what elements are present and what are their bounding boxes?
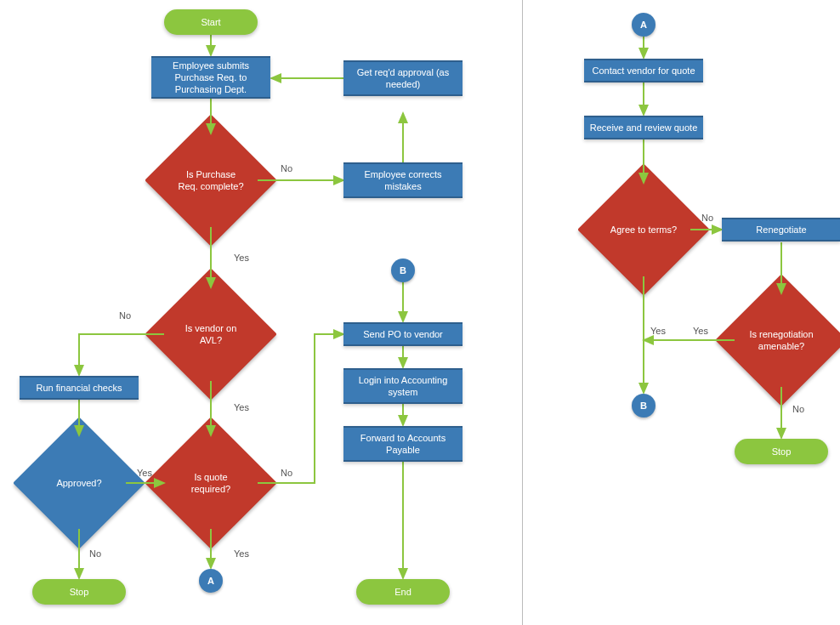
- approved-decision: Approved?: [32, 436, 126, 530]
- label: Start: [201, 16, 220, 28]
- stop1-terminator: Stop: [32, 579, 126, 605]
- financial-process: Run financial checks: [20, 376, 139, 400]
- amenable-decision: Is renegotiation amenable?: [735, 293, 828, 387]
- label: Employee corrects mistakes: [347, 168, 459, 193]
- label: Approved?: [56, 477, 101, 489]
- label: Renegotiate: [756, 224, 806, 236]
- edge-label-no: No: [701, 213, 713, 223]
- edge-label-yes: Yes: [234, 402, 249, 412]
- start-terminator: Start: [164, 9, 258, 35]
- receive-process: Receive and review quote: [584, 116, 703, 139]
- label: Contact vendor for quote: [592, 65, 695, 77]
- edge-label-no: No: [281, 468, 292, 478]
- label: B: [640, 400, 647, 412]
- label: A: [207, 575, 214, 587]
- label: Stop: [772, 446, 792, 457]
- login-process: Login into Accounting system: [343, 368, 463, 404]
- label: Is renegotiation amenable?: [747, 328, 815, 353]
- label: B: [400, 264, 406, 276]
- connector-b-out: B: [632, 394, 656, 418]
- label: Is Purchase Req. complete?: [177, 168, 245, 193]
- quote-decision: Is quote required?: [164, 436, 258, 530]
- label: A: [640, 19, 647, 31]
- complete-decision: Is Purchase Req. complete?: [164, 134, 258, 227]
- label: Employee submits Purchase Req. to Purcha…: [155, 60, 267, 96]
- edge-label-no: No: [89, 548, 101, 559]
- label: Get req'd approval (as needed): [347, 66, 459, 91]
- label: Send PO to vendor: [363, 328, 443, 340]
- edge-label-yes: Yes: [137, 468, 152, 478]
- sendpo-process: Send PO to vendor: [343, 322, 463, 346]
- label: Is quote required?: [177, 471, 245, 496]
- end-terminator: End: [356, 579, 450, 605]
- label: End: [394, 586, 411, 598]
- edge-label-no: No: [792, 404, 804, 414]
- label: Is vendor on AVL?: [177, 322, 245, 347]
- label: Agree to terms?: [610, 224, 677, 236]
- connector-b-in: B: [391, 259, 415, 282]
- edge-label-yes: Yes: [693, 326, 708, 336]
- label: Receive and review quote: [590, 122, 698, 134]
- reneg-process: Renegotiate: [722, 218, 840, 241]
- connector-a-out: A: [199, 569, 223, 593]
- label: Run financial checks: [37, 382, 122, 394]
- submit-process: Employee submits Purchase Req. to Purcha…: [151, 56, 270, 99]
- agree-decision: Agree to terms?: [597, 183, 690, 276]
- connector-a-in: A: [632, 13, 656, 37]
- edge-label-yes: Yes: [234, 548, 249, 559]
- label: Forward to Accounts Payable: [347, 432, 459, 457]
- label: Login into Accounting system: [347, 374, 459, 399]
- edge-label-no: No: [281, 163, 292, 173]
- getapproval-process: Get req'd approval (as needed): [343, 60, 463, 96]
- label: Stop: [70, 586, 89, 598]
- pane-divider: [522, 0, 523, 625]
- edge-label-yes: Yes: [650, 326, 666, 336]
- corrects-process: Employee corrects mistakes: [343, 162, 463, 198]
- avl-decision: Is vendor on AVL?: [164, 287, 258, 381]
- stop2-terminator: Stop: [735, 439, 828, 464]
- edge-label-yes: Yes: [234, 253, 249, 263]
- edge-label-no: No: [119, 310, 131, 321]
- forward-process: Forward to Accounts Payable: [343, 426, 463, 462]
- contact-process: Contact vendor for quote: [584, 59, 703, 82]
